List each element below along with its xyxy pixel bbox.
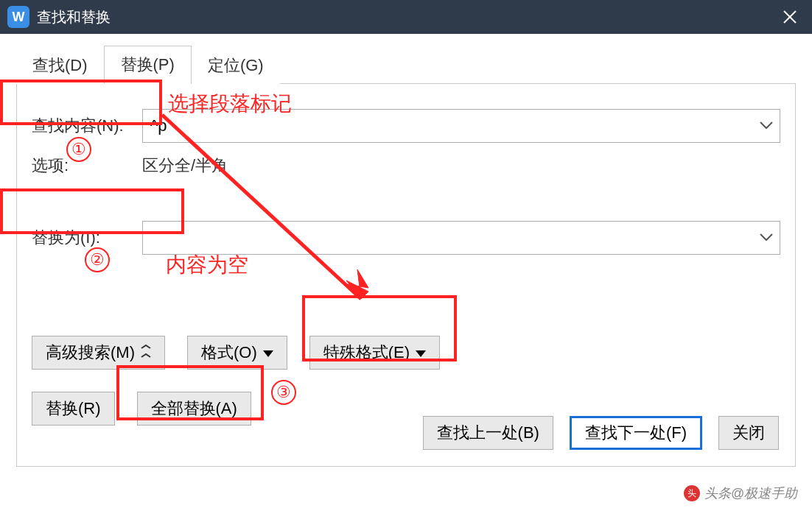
options-label: 选项: [32, 155, 142, 177]
tab-replace[interactable]: 替换(P) [104, 46, 192, 84]
double-caret-icon [141, 343, 151, 362]
button-row-advanced: 高级搜索(M) 格式(O) 特殊格式(E) [32, 336, 780, 370]
tab-goto[interactable]: 定位(G) [192, 47, 280, 84]
replace-all-button[interactable]: 全部替换(A) [137, 392, 251, 426]
titlebar: W 查找和替换 [0, 0, 812, 34]
tab-find[interactable]: 查找(D) [16, 47, 104, 84]
special-format-label: 特殊格式(E) [323, 342, 410, 364]
replace-pane: 查找内容(N): 选项: 区分全/半角 替换为(I): [16, 84, 796, 467]
find-prev-label: 查找上一处(B) [437, 422, 539, 444]
replace-one-button[interactable]: 替换(R) [32, 392, 115, 426]
close-dialog-button[interactable]: 关闭 [718, 416, 779, 450]
find-input[interactable] [142, 109, 780, 143]
button-row-find-close: 查找上一处(B) 查找下一处(F) 关闭 [423, 416, 779, 450]
watermark-text: 头条@极速手助 [704, 484, 797, 502]
advanced-search-label: 高级搜索(M) [46, 342, 135, 364]
close-dialog-label: 关闭 [732, 422, 765, 444]
dialog-body: 查找(D) 替换(P) 定位(G) 查找内容(N): 选项: 区分全/半角 [0, 34, 812, 508]
find-next-label: 查找下一处(F) [585, 422, 687, 444]
close-icon [783, 10, 797, 24]
find-next-button[interactable]: 查找下一处(F) [570, 416, 702, 450]
format-label: 格式(O) [201, 342, 257, 364]
svg-marker-2 [263, 350, 273, 357]
replace-row: 替换为(I): [32, 221, 780, 255]
replace-one-label: 替换(R) [46, 398, 101, 420]
watermark: 头 头条@极速手助 [684, 484, 797, 502]
options-value: 区分全/半角 [142, 155, 228, 177]
caret-down-icon [263, 343, 273, 362]
replace-label: 替换为(I): [32, 227, 142, 249]
app-icon: W [7, 6, 29, 28]
options-row: 选项: 区分全/半角 [32, 155, 780, 177]
replace-input[interactable] [142, 221, 780, 255]
format-button[interactable]: 格式(O) [187, 336, 287, 370]
find-label: 查找内容(N): [32, 115, 142, 137]
find-prev-button[interactable]: 查找上一处(B) [423, 416, 553, 450]
dialog-window: W 查找和替换 查找(D) 替换(P) 定位(G) 查找内容(N): [0, 0, 812, 508]
watermark-icon: 头 [684, 485, 700, 501]
replace-field-wrap [142, 221, 780, 255]
window-title: 查找和替换 [37, 7, 775, 27]
advanced-search-button[interactable]: 高级搜索(M) [32, 336, 165, 370]
find-row: 查找内容(N): [32, 109, 780, 143]
find-field-wrap [142, 109, 780, 143]
special-format-button[interactable]: 特殊格式(E) [309, 336, 440, 370]
svg-marker-3 [416, 350, 426, 357]
close-button[interactable] [775, 2, 805, 32]
replace-all-label: 全部替换(A) [151, 398, 237, 420]
caret-down-icon [416, 343, 426, 362]
tabstrip: 查找(D) 替换(P) 定位(G) [16, 47, 796, 84]
